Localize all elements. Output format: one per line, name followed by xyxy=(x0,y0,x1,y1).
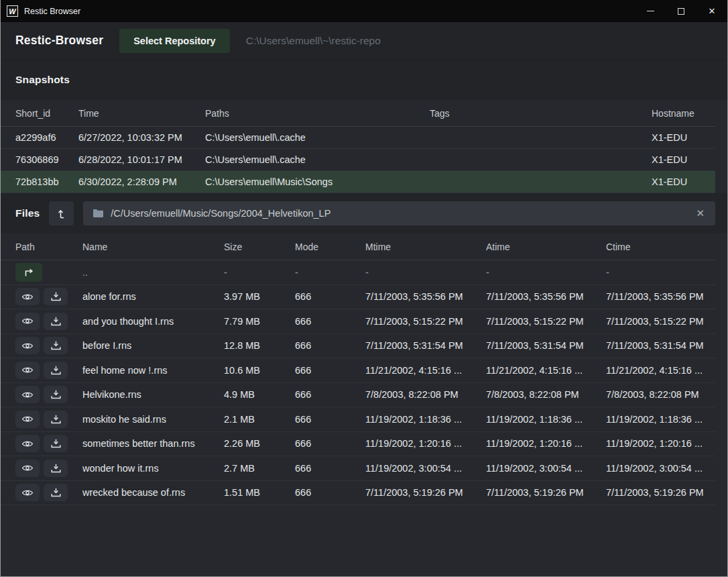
up-right-arrow-icon xyxy=(23,267,35,278)
file-atime: 7/8/2003, 8:22:08 PM xyxy=(486,389,606,400)
file-row[interactable]: before I.rns 12.8 MB 666 7/11/2003, 5:31… xyxy=(1,334,715,359)
file-name: alone for.rns xyxy=(82,291,224,302)
eye-icon xyxy=(21,293,34,301)
download-file-button[interactable] xyxy=(44,460,68,477)
eye-icon xyxy=(21,415,34,423)
preview-file-button[interactable] xyxy=(15,484,40,501)
file-size: 10.6 MB xyxy=(224,365,295,376)
column-header-path: Path xyxy=(15,242,82,252)
file-row[interactable]: alone for.rns 3.97 MB 666 7/11/2003, 5:3… xyxy=(1,285,715,310)
snapshot-short-id: a2299af6 xyxy=(15,132,78,143)
snapshots-table: Short_id Time Paths Tags Hostname a2299a… xyxy=(1,100,727,193)
file-ctime: 7/11/2003, 5:19:26 PM xyxy=(606,487,715,498)
eye-icon xyxy=(21,464,34,472)
file-row[interactable]: feel home now !.rns 10.6 MB 666 11/21/20… xyxy=(1,358,715,383)
file-size: 2.7 MB xyxy=(224,463,295,474)
file-mtime: 11/19/2002, 1:18:36 ... xyxy=(365,414,486,425)
download-file-button[interactable] xyxy=(44,435,68,452)
download-icon xyxy=(51,341,61,350)
column-header-ctime: Ctime xyxy=(606,242,715,252)
file-name: sometimes better than.rns xyxy=(82,438,224,449)
parent-directory-row[interactable]: .. - - - - - xyxy=(1,260,715,285)
download-file-button[interactable] xyxy=(44,484,68,501)
snapshot-row[interactable]: 76306869 6/28/2022, 10:01:17 PM C:\Users… xyxy=(1,149,715,171)
file-mtime: 11/21/2002, 4:15:16 ... xyxy=(365,365,486,376)
preview-file-button[interactable] xyxy=(15,362,40,379)
file-row[interactable]: wrecked because of.rns 1.51 MB 666 7/11/… xyxy=(1,481,715,506)
file-name: before I.rns xyxy=(82,340,224,351)
file-ctime: 7/11/2003, 5:15:22 PM xyxy=(606,316,715,327)
file-row[interactable]: moskito he said.rns 2.1 MB 666 11/19/200… xyxy=(1,407,715,432)
file-row[interactable]: sometimes better than.rns 2.26 MB 666 11… xyxy=(1,432,715,457)
file-mode: 666 xyxy=(295,487,365,498)
snapshots-title: Snapshots xyxy=(15,74,70,86)
file-mode: - xyxy=(295,267,365,278)
download-file-button[interactable] xyxy=(44,288,68,305)
preview-file-button[interactable] xyxy=(15,313,40,330)
file-row[interactable]: Helvikone.rns 4.9 MB 666 7/8/2003, 8:22:… xyxy=(1,383,715,408)
download-file-button[interactable] xyxy=(44,411,68,428)
titlebar: W Restic Browser ✕ xyxy=(1,0,727,22)
wails-logo-icon: W xyxy=(7,5,18,17)
column-header-mode: Mode xyxy=(295,242,365,252)
file-atime: 11/21/2002, 4:15:16 ... xyxy=(486,365,606,376)
eye-icon xyxy=(21,366,34,374)
snapshot-paths: C:\Users\emuell\Music\Songs xyxy=(205,176,430,187)
column-header-hostname: Hostname xyxy=(652,108,715,119)
snapshot-row[interactable]: a2299af6 6/27/2022, 10:03:32 PM C:\Users… xyxy=(1,127,715,149)
file-atime: 7/11/2003, 5:35:56 PM xyxy=(486,291,606,302)
column-header-paths: Paths xyxy=(205,108,430,119)
files-title: Files xyxy=(15,207,40,219)
column-header-tags: Tags xyxy=(430,108,652,119)
preview-file-button[interactable] xyxy=(15,460,40,477)
eye-icon xyxy=(21,488,34,497)
download-icon xyxy=(51,292,61,301)
file-mtime: - xyxy=(365,267,486,278)
file-atime: 11/19/2002, 3:00:54 ... xyxy=(486,463,606,474)
download-file-button[interactable] xyxy=(44,337,68,354)
file-ctime: - xyxy=(606,267,715,278)
eye-icon xyxy=(21,317,34,325)
close-button[interactable]: ✕ xyxy=(696,0,727,22)
snapshot-hostname: X1-EDU xyxy=(652,154,715,165)
download-file-button[interactable] xyxy=(44,362,68,379)
file-ctime: 11/19/2002, 1:18:36 ... xyxy=(606,414,715,425)
file-atime: - xyxy=(486,267,606,278)
snapshot-row[interactable]: 72b813bb 6/30/2022, 2:28:09 PM C:\Users\… xyxy=(1,171,715,193)
file-row[interactable]: and you thought I.rns 7.79 MB 666 7/11/2… xyxy=(1,309,715,334)
column-header-name: Name xyxy=(82,242,224,252)
file-size: - xyxy=(224,267,295,278)
go-parent-button[interactable] xyxy=(15,263,42,282)
download-icon xyxy=(51,488,61,497)
maximize-button[interactable] xyxy=(666,0,696,22)
current-path: /C/Users/emuell/Music/Songs/2004_Helveti… xyxy=(111,208,688,219)
file-row[interactable]: wonder how it.rns 2.7 MB 666 11/19/2002,… xyxy=(1,456,715,481)
window-title: Restic Browser xyxy=(24,7,80,16)
path-input[interactable]: /C/Users/emuell/Music/Songs/2004_Helveti… xyxy=(83,201,715,225)
file-mtime: 7/11/2003, 5:19:26 PM xyxy=(365,487,486,498)
download-file-button[interactable] xyxy=(44,386,68,403)
preview-file-button[interactable] xyxy=(15,386,40,403)
file-mode: 666 xyxy=(295,291,365,302)
file-name: wonder how it.rns xyxy=(82,463,224,474)
eye-icon xyxy=(21,390,34,399)
file-mode: 666 xyxy=(295,365,365,376)
file-mode: 666 xyxy=(295,389,365,400)
clear-path-icon[interactable]: ✕ xyxy=(694,207,706,219)
file-name: .. xyxy=(82,267,224,278)
file-size: 2.1 MB xyxy=(224,414,295,425)
app-header: Restic-Browser Select Repository C:\User… xyxy=(1,22,727,59)
select-repository-button[interactable]: Select Repository xyxy=(119,29,230,53)
path-up-button[interactable] xyxy=(49,201,74,225)
download-file-button[interactable] xyxy=(44,313,68,330)
preview-file-button[interactable] xyxy=(15,411,40,428)
snapshot-hostname: X1-EDU xyxy=(652,132,715,143)
column-header-atime: Atime xyxy=(486,242,606,252)
preview-file-button[interactable] xyxy=(15,337,40,354)
preview-file-button[interactable] xyxy=(15,288,40,305)
download-icon xyxy=(51,415,61,424)
preview-file-button[interactable] xyxy=(15,435,40,452)
download-icon xyxy=(51,317,61,326)
minimize-button[interactable] xyxy=(635,0,666,22)
minimize-icon xyxy=(647,11,654,11)
